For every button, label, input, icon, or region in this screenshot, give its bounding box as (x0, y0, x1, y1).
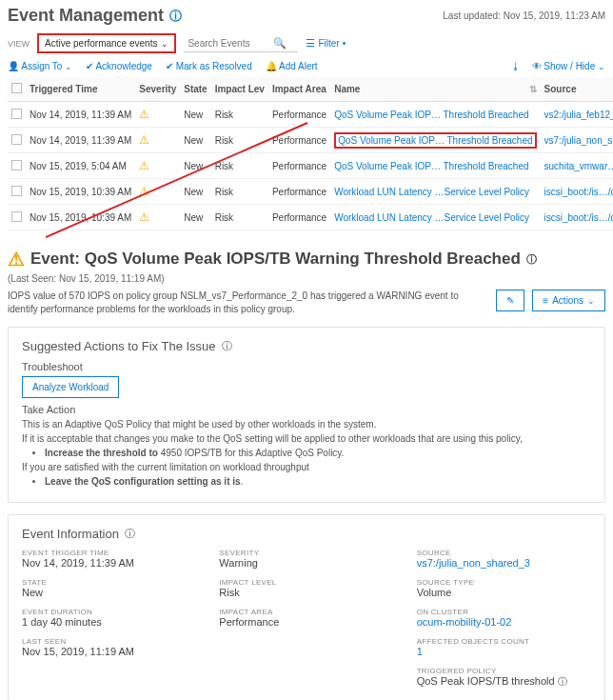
cell-source[interactable]: vs2:/julia_feb12_vol3 (541, 102, 613, 128)
table-row[interactable]: Nov 15, 2019, 5:04 AM⚠NewRiskPerformance… (8, 153, 613, 179)
chevron-down-icon: ⌄ (598, 62, 605, 71)
cell-name[interactable]: QoS Volume Peak IOP… Threshold Breached (330, 153, 540, 179)
col-triggered[interactable]: Triggered Time (26, 77, 135, 102)
cell-severity: ⚠ (135, 128, 180, 153)
search-icon[interactable]: 🔍 (273, 37, 287, 50)
info-severity: SEVERITYWarning (219, 549, 393, 569)
search-input-wrap[interactable]: 🔍 (184, 35, 298, 52)
info-cluster: ON CLUSTERocum-mobility-01-02 (417, 608, 591, 628)
mark-resolved-button[interactable]: ✔ Mark as Resolved (166, 61, 252, 71)
analyze-workload-button[interactable]: Analyze Workload (22, 376, 119, 398)
last-updated: Last updated: Nov 15, 2019, 11:23 AM (443, 10, 605, 21)
take-action-label: Take Action (22, 404, 591, 415)
suggested-actions-panel: Suggested Actions to Fix The Issue ⓘ Tro… (8, 327, 605, 503)
warning-icon: ⚠ (139, 210, 149, 224)
cell-impact-area: Performance (268, 128, 330, 153)
event-info-heading: Event Information ⓘ (22, 527, 591, 541)
info-affected: AFFECTED OBJECTS COUNT1 (417, 637, 591, 657)
row-checkbox[interactable] (11, 160, 22, 170)
cell-name[interactable]: Workload LUN Latency …Service Level Poli… (330, 205, 540, 230)
take-action-line1: This is an Adaptive QoS Policy that migh… (22, 419, 591, 430)
search-input[interactable] (188, 38, 273, 49)
cell-source[interactable]: iscsi_boot:/is…/ocum-c220-01 (541, 179, 613, 205)
col-impact-area[interactable]: Impact Area (268, 77, 330, 102)
download-icon[interactable]: ⭳ (511, 61, 521, 71)
info-icon[interactable]: ⓘ (222, 339, 232, 353)
info-icon[interactable]: ⓘ (125, 527, 135, 541)
filter-icon: ☰ (306, 37, 315, 50)
table-row[interactable]: Nov 14, 2019, 11:39 AM⚠NewRiskPerformanc… (8, 128, 613, 153)
list-icon: ≡ (543, 295, 548, 306)
chevron-down-icon: ⌄ (161, 39, 168, 49)
cell-source[interactable]: suchita_vmwar…nt_delete_01 (541, 153, 613, 179)
edit-button[interactable]: ✎ (496, 290, 524, 311)
take-action-line3: If you are satisfied with the current li… (22, 462, 591, 472)
cell-state: New (180, 179, 210, 205)
warning-icon: ⚠ (8, 248, 25, 270)
take-action-line2: If it is acceptable that changes you mak… (22, 433, 591, 444)
col-severity[interactable]: Severity (135, 77, 180, 102)
info-duration: EVENT DURATION1 day 40 minutes (22, 608, 196, 628)
cell-impact-lev: Risk (211, 179, 268, 205)
sort-icon: ⇅ (529, 84, 537, 94)
cell-time: Nov 14, 2019, 11:39 AM (26, 102, 135, 128)
col-source[interactable]: Source (541, 77, 613, 102)
assign-to-button[interactable]: 👤 Assign To ⌄ (8, 61, 72, 71)
info-icon[interactable]: ⓘ (558, 676, 567, 687)
event-title: ⚠ Event: QoS Volume Peak IOPS/TB Warning… (8, 248, 605, 270)
warning-icon: ⚠ (139, 133, 149, 147)
page-title-text: Event Management (8, 6, 164, 26)
view-dropdown[interactable]: Active performance events ⌄ (37, 33, 176, 53)
info-source-type: SOURCE TYPEVolume (417, 578, 591, 598)
cell-name[interactable]: QoS Volume Peak IOP… Threshold Breached (330, 128, 540, 153)
col-state[interactable]: State (180, 77, 210, 102)
cell-name[interactable]: QoS Volume Peak IOP… Threshold Breached (330, 102, 540, 128)
cell-source[interactable]: vs7:/julia_non_shared_3 (541, 128, 613, 153)
bullet-leave: Leave the QoS configuration setting as i… (45, 476, 591, 487)
info-trigger-time: EVENT TRIGGER TIMENov 14, 2019, 11:39 AM (22, 549, 196, 569)
cell-state: New (180, 128, 210, 153)
cell-severity: ⚠ (135, 205, 180, 230)
row-checkbox[interactable] (11, 109, 22, 119)
info-impact-level: IMPACT LEVELRisk (219, 578, 393, 598)
info-source: SOURCEvs7:/julia_non_shared_3 (417, 549, 591, 569)
select-all-checkbox[interactable] (11, 83, 22, 93)
table-row[interactable]: Nov 14, 2019, 11:39 AM⚠NewRiskPerformanc… (8, 102, 613, 128)
chevron-down-icon: ⌄ (65, 62, 72, 71)
cell-impact-lev: Risk (211, 205, 268, 230)
cell-source[interactable]: iscsi_boot:/is…/ocum-c220-07 (541, 205, 613, 230)
cell-state: New (180, 102, 210, 128)
warning-icon: ⚠ (139, 159, 149, 172)
cell-time: Nov 15, 2019, 10:39 AM (26, 205, 135, 230)
table-row[interactable]: Nov 15, 2019, 10:39 AM⚠NewRiskPerformanc… (8, 205, 613, 230)
actions-button[interactable]: ≡ Actions ⌄ (532, 290, 605, 311)
add-alert-button[interactable]: 🔔 Add Alert (266, 61, 318, 71)
filter-dot-icon: • (343, 38, 346, 49)
table-row[interactable]: Nov 15, 2019, 10:39 AM⚠NewRiskPerformanc… (8, 179, 613, 205)
cell-name[interactable]: Workload LUN Latency …Service Level Poli… (330, 179, 540, 205)
info-policy: TRIGGERED POLICYQoS Peak IOPS/TB thresho… (417, 667, 591, 689)
cell-time: Nov 15, 2019, 10:39 AM (26, 179, 135, 205)
warning-icon: ⚠ (139, 108, 149, 121)
cell-severity: ⚠ (135, 179, 180, 205)
bullet-increase: Increase the threshold to 4950 IOPS/TB f… (45, 448, 591, 458)
view-value: Active performance events (45, 38, 157, 49)
col-impact-lev[interactable]: Impact Lev (211, 77, 268, 102)
info-state: STATENew (22, 578, 196, 598)
info-icon[interactable]: ⓘ (526, 252, 537, 267)
cell-impact-area: Performance (268, 102, 330, 128)
cell-severity: ⚠ (135, 102, 180, 128)
show-hide-button[interactable]: 👁 Show / Hide ⌄ (532, 61, 605, 71)
info-icon[interactable]: ⓘ (169, 8, 182, 25)
page-title: Event Management ⓘ (8, 6, 182, 26)
row-checkbox[interactable] (11, 134, 22, 145)
col-name[interactable]: Name ⇅ (330, 77, 540, 102)
filter-button[interactable]: ☰ Filter • (306, 37, 346, 50)
row-checkbox[interactable] (11, 211, 22, 222)
cell-impact-lev: Risk (211, 153, 268, 179)
cell-time: Nov 14, 2019, 11:39 AM (26, 128, 135, 153)
acknowledge-button[interactable]: ✔ Acknowledge (86, 61, 152, 71)
events-table: Triggered Time Severity State Impact Lev… (8, 77, 613, 230)
cell-state: New (180, 153, 210, 179)
row-checkbox[interactable] (11, 186, 22, 196)
